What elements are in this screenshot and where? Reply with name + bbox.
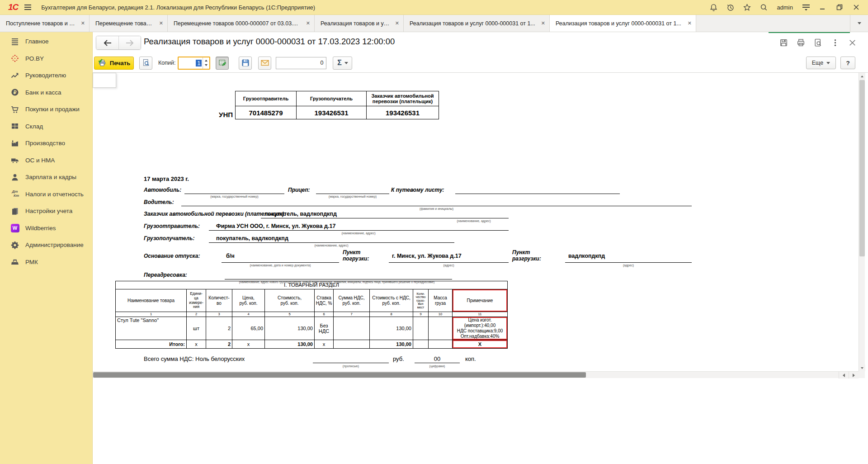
tab-postuplenie[interactable]: Поступление товаров и услуг ✕ bbox=[0, 15, 90, 32]
note-data-cell[interactable]: Цена изгот. (импорт.):40,00 НДС поставщи… bbox=[453, 317, 508, 340]
sidebar-item-warehouse[interactable]: Склад bbox=[0, 118, 92, 135]
sidebar-item-bank-cash[interactable]: ₽ Банк и касса bbox=[0, 84, 92, 101]
kebab-menu-icon[interactable] bbox=[830, 38, 840, 47]
kopecks-value: 00 bbox=[415, 355, 460, 362]
scroll-left-arrow[interactable] bbox=[839, 372, 849, 379]
section-title: I. ТОВАРНЫЙ РАЗДЕЛ bbox=[116, 281, 508, 289]
bank-currency-icon: ₽ bbox=[10, 88, 19, 97]
search-icon[interactable] bbox=[760, 3, 769, 12]
field-value: г. Минск, ул. Жукова д.17 bbox=[392, 253, 462, 259]
more-button[interactable]: Еще bbox=[806, 57, 836, 69]
printer-check-icon bbox=[98, 58, 107, 67]
tab-overflow-button[interactable] bbox=[850, 15, 868, 32]
email-button[interactable] bbox=[258, 57, 271, 70]
field-line bbox=[209, 230, 509, 231]
sidebar-item-fixed-assets[interactable]: ОС и НМА bbox=[0, 152, 92, 169]
field-value: покупатель, вадлкопдкпд bbox=[216, 235, 288, 241]
sidebar-item-rmk[interactable]: РМК bbox=[0, 254, 92, 271]
field-label: Грузоотправитель: bbox=[144, 223, 200, 229]
hamburger-menu-icon[interactable] bbox=[24, 5, 31, 10]
save-icon[interactable] bbox=[778, 38, 788, 47]
field-label: Водитель: bbox=[144, 199, 174, 205]
field-label: Автомобиль: bbox=[144, 187, 181, 193]
spinner-arrows[interactable] bbox=[203, 57, 209, 69]
scroll-down-arrow[interactable] bbox=[859, 365, 865, 371]
back-button[interactable] bbox=[96, 36, 118, 49]
counter-field[interactable]: 0 bbox=[276, 57, 326, 69]
scroll-up-arrow[interactable] bbox=[859, 73, 865, 80]
field-caption: (марка, государственный номер) bbox=[316, 195, 389, 198]
scroll-right-arrow[interactable] bbox=[849, 372, 859, 379]
tab-peremeshchenie-000007[interactable]: Перемещение товаров 0000-000007 от 03.03… bbox=[168, 15, 315, 32]
forward-button[interactable] bbox=[118, 36, 141, 49]
help-button[interactable]: ? bbox=[840, 57, 855, 69]
spreadsheet-corner bbox=[93, 73, 116, 88]
sum-button[interactable]: Σ bbox=[333, 57, 352, 70]
tab-realizaciya[interactable]: Реализация товаров и услуг ✕ bbox=[315, 15, 404, 32]
history-icon[interactable] bbox=[726, 3, 735, 12]
save-file-button[interactable] bbox=[239, 57, 252, 70]
sidebar-item-main[interactable]: Главное bbox=[0, 33, 92, 50]
restore-window-icon[interactable] bbox=[835, 3, 844, 12]
field-line bbox=[313, 363, 389, 363]
user-name[interactable]: admin bbox=[777, 4, 793, 11]
tab-realizaciya-000031-b[interactable]: Реализация товаров и услуг 0000-000031 о… bbox=[550, 15, 696, 32]
truck-icon bbox=[10, 156, 19, 165]
print-button[interactable]: Печать bbox=[94, 57, 134, 70]
horizontal-scroll-thumb[interactable] bbox=[93, 372, 586, 378]
preview-button[interactable] bbox=[139, 57, 152, 70]
sidebar-item-purchases-sales[interactable]: Покупки и продажи bbox=[0, 101, 92, 118]
print-icon[interactable] bbox=[796, 38, 806, 47]
sidebar-item-taxes-reports[interactable]: ДтКт Налоги и отчетность bbox=[0, 186, 92, 203]
note-total-cell[interactable]: X bbox=[453, 340, 508, 349]
sidebar-item-poby[interactable]: РО.BY bbox=[0, 50, 92, 67]
main-menu-icon[interactable] bbox=[802, 3, 811, 12]
field-label: Прицеп: bbox=[288, 187, 310, 193]
close-document-icon[interactable] bbox=[847, 38, 857, 47]
tab-close-icon[interactable]: ✕ bbox=[395, 20, 399, 26]
favorites-star-icon[interactable] bbox=[743, 3, 752, 12]
tab-bar: Поступление товаров и услуг ✕ Перемещени… bbox=[0, 15, 868, 32]
field-caption: (адрес) bbox=[389, 264, 509, 267]
tab-peremeshchenie[interactable]: Перемещение товаров ✕ bbox=[90, 15, 168, 32]
tab-close-icon[interactable]: ✕ bbox=[541, 20, 545, 26]
field-caption: (цифрами) bbox=[415, 365, 460, 368]
vertical-scrollbar[interactable] bbox=[859, 73, 865, 371]
cash-register-icon bbox=[10, 257, 19, 266]
poby-dots-icon bbox=[10, 54, 19, 63]
toolbar: Печать Копий: 1 0 Σ Еще ? bbox=[93, 53, 868, 72]
sidebar-item-production[interactable]: Производство bbox=[0, 135, 92, 152]
document-date: 17 марта 2023 г. bbox=[144, 175, 189, 182]
sidebar-item-wildberries[interactable]: W Wildberries bbox=[0, 220, 92, 237]
window-titlebar: 1С Бухгалтерия для Беларуси, редакция 2.… bbox=[0, 0, 868, 15]
field-label: Пункт погрузки: bbox=[343, 249, 369, 262]
currency-label: руб. bbox=[393, 355, 404, 362]
field-value: покупатель, вадлкопдкпд bbox=[264, 211, 337, 217]
sidebar-item-salary-hr[interactable]: Зарплата и кадры bbox=[0, 169, 92, 186]
close-window-icon[interactable] bbox=[852, 3, 861, 12]
table-settings-button[interactable] bbox=[216, 57, 229, 70]
tab-close-icon[interactable]: ✕ bbox=[688, 20, 692, 26]
sidebar-item-accounting-settings[interactable]: Настройки учета bbox=[0, 203, 92, 220]
field-line bbox=[565, 262, 692, 263]
vertical-scroll-thumb[interactable] bbox=[859, 80, 865, 256]
sidebar-item-manager[interactable]: Руководителю bbox=[0, 67, 92, 84]
notifications-bell-icon[interactable] bbox=[709, 3, 718, 12]
note-header-cell[interactable]: Примечание bbox=[453, 289, 508, 312]
field-line bbox=[184, 194, 284, 194]
preview-icon[interactable] bbox=[813, 38, 823, 47]
person-icon bbox=[10, 173, 19, 182]
tab-realizaciya-000031-a[interactable]: Реализация товаров и услуг 0000-000031 о… bbox=[404, 15, 550, 32]
horizontal-scrollbar[interactable] bbox=[93, 371, 859, 378]
print-preview-area[interactable]: УНП Грузоотправитель Грузополучатель Зак… bbox=[93, 72, 868, 378]
tab-close-icon[interactable]: ✕ bbox=[81, 20, 85, 26]
minimize-icon[interactable] bbox=[818, 3, 827, 12]
tab-close-icon[interactable]: ✕ bbox=[159, 20, 163, 26]
tab-close-icon[interactable]: ✕ bbox=[306, 20, 310, 26]
wildberries-icon: W bbox=[10, 223, 19, 232]
copies-spinner[interactable]: 1 bbox=[178, 57, 210, 70]
sidebar-item-administration[interactable]: Администрирование bbox=[0, 237, 92, 254]
field-line bbox=[389, 262, 509, 263]
factory-icon bbox=[10, 139, 19, 148]
1c-logo: 1С bbox=[8, 2, 18, 12]
